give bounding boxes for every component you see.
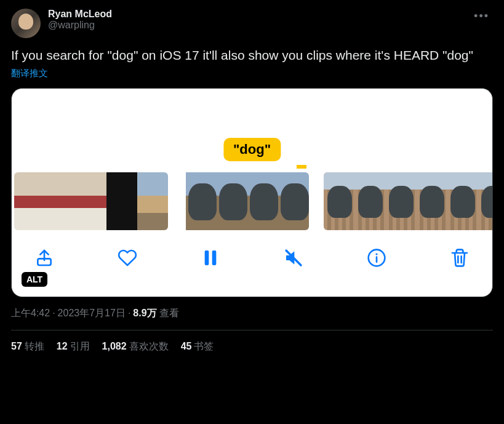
timeline-strip[interactable]: [12, 172, 492, 230]
user-block[interactable]: Ryan McLeod @warpling: [48, 9, 463, 31]
alt-badge[interactable]: ALT: [22, 272, 47, 287]
views-count: 8.9万: [133, 308, 156, 318]
media-top: "dog": [12, 89, 492, 172]
info-icon[interactable]: [366, 247, 387, 268]
tweet-date[interactable]: 2023年7月17日: [58, 308, 126, 318]
display-name: Ryan McLeod: [48, 9, 463, 20]
svg-rect-2: [212, 250, 217, 265]
mute-icon[interactable]: [283, 247, 304, 268]
views-label: 查看: [159, 308, 179, 318]
svg-point-6: [375, 254, 377, 255]
retweets-stat[interactable]: 57转推: [11, 340, 44, 353]
more-button[interactable]: •••: [470, 9, 493, 24]
heart-icon[interactable]: [117, 247, 138, 268]
tweet-meta: 上午4:42·2023年7月17日·8.9万 查看: [11, 307, 493, 320]
likes-stat[interactable]: 1,082喜欢次数: [102, 340, 169, 353]
user-handle: @warpling: [48, 20, 463, 31]
tweet-stats: 57转推 12引用 1,082喜欢次数 45书签: [11, 330, 493, 353]
tweet-text: If you search for "dog" on iOS 17 it'll …: [11, 47, 493, 64]
media-controls: [12, 230, 492, 286]
quotes-stat[interactable]: 12引用: [57, 340, 90, 353]
media-card: "dog": [11, 88, 493, 297]
trash-icon[interactable]: [449, 247, 470, 268]
search-term-badge: "dog": [223, 138, 281, 161]
clip-thumbnail[interactable]: [183, 172, 309, 230]
tweet-header: Ryan McLeod @warpling •••: [11, 9, 493, 38]
tweet-time[interactable]: 上午4:42: [11, 308, 50, 318]
avatar[interactable]: [11, 9, 41, 38]
svg-rect-1: [205, 250, 209, 265]
clip-thumbnail[interactable]: [324, 172, 492, 230]
bookmarks-stat[interactable]: 45书签: [181, 340, 214, 353]
marker-tick: [297, 165, 306, 169]
pause-icon[interactable]: [200, 247, 221, 268]
clip-thumbnail[interactable]: [14, 172, 168, 230]
translate-link[interactable]: 翻译推文: [11, 68, 493, 79]
share-icon[interactable]: [34, 247, 55, 268]
tweet-container: Ryan McLeod @warpling ••• If you search …: [0, 0, 504, 353]
